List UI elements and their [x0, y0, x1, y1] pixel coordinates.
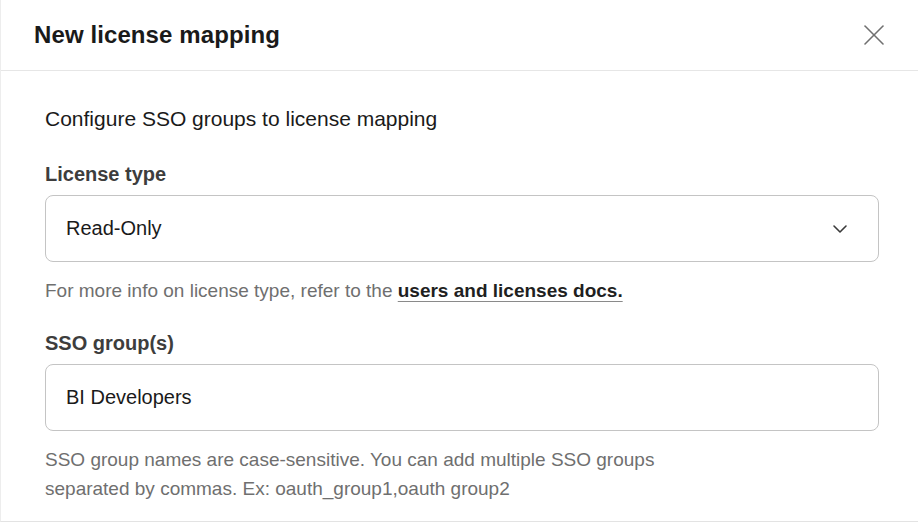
new-license-mapping-dialog: New license mapping Configure SSO groups…	[0, 0, 918, 522]
license-type-field: License type Read-Only For more info on …	[45, 163, 878, 305]
license-type-select[interactable]: Read-Only	[45, 195, 879, 262]
license-type-label: License type	[45, 163, 878, 186]
sso-groups-helper: SSO group names are case-sensitive. You …	[45, 445, 878, 503]
license-type-helper-text: For more info on license type, refer to …	[45, 280, 398, 301]
close-button[interactable]	[856, 17, 892, 53]
license-type-helper: For more info on license type, refer to …	[45, 276, 878, 305]
sso-groups-label: SSO group(s)	[45, 332, 878, 355]
users-licenses-docs-link[interactable]: users and licenses docs.	[398, 280, 623, 301]
sso-groups-input[interactable]	[45, 364, 879, 431]
dialog-body: Configure SSO groups to license mapping …	[1, 71, 918, 503]
dialog-title: New license mapping	[34, 21, 280, 49]
form-heading: Configure SSO groups to license mapping	[45, 107, 878, 131]
sso-groups-helper-line-1: SSO group names are case-sensitive. You …	[45, 445, 878, 474]
close-icon	[862, 23, 886, 47]
sso-groups-field: SSO group(s) SSO group names are case-se…	[45, 332, 878, 503]
chevron-down-icon	[832, 224, 848, 234]
sso-groups-helper-line-2: separated by commas. Ex: oauth_group1,oa…	[45, 474, 878, 503]
license-type-selected-value: Read-Only	[66, 217, 162, 240]
dialog-header: New license mapping	[1, 0, 918, 71]
